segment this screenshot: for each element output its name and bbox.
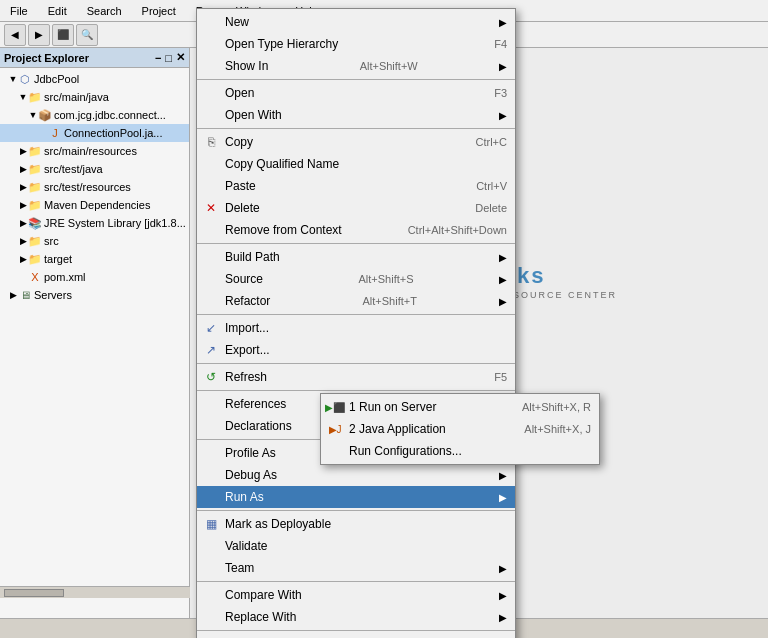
menu-label: Debug As <box>225 468 277 482</box>
toolbar-btn-4[interactable]: 🔍 <box>76 24 98 46</box>
tree-item-src-test-java[interactable]: ▶ 📁 src/test/java <box>0 160 189 178</box>
tree-item-src-main-res[interactable]: ▶ 📁 src/main/resources <box>0 142 189 160</box>
submenu-arrow: ▶ <box>489 274 507 285</box>
submenu-item-java-app[interactable]: ▶J 2 Java Application Alt+Shift+X, J <box>321 418 599 440</box>
menu-file[interactable]: File <box>4 3 34 19</box>
expand-arrow: ▶ <box>18 218 28 228</box>
menu-item-validate[interactable]: Validate <box>197 535 515 557</box>
menu-label: Open <box>225 86 254 100</box>
separator-9 <box>197 581 515 582</box>
shortcut-label: Ctrl+V <box>456 180 507 192</box>
submenu-arrow: ▶ <box>489 590 507 601</box>
menu-item-copy[interactable]: ⎘ Copy Ctrl+C <box>197 131 515 153</box>
tree-item-jdbcpool[interactable]: ▼ ⬡ JdbcPool <box>0 70 189 88</box>
menu-item-export[interactable]: ↗ Export... <box>197 339 515 361</box>
menu-item-mark-deployable[interactable]: ▦ Mark as Deployable <box>197 513 515 535</box>
expand-arrow: ▶ <box>18 236 28 246</box>
export-icon: ↗ <box>201 343 221 357</box>
menu-label: Team <box>225 561 254 575</box>
refresh-icon: ↺ <box>201 370 221 384</box>
menu-item-new[interactable]: New ▶ <box>197 11 515 33</box>
toolbar-btn-1[interactable]: ◀ <box>4 24 26 46</box>
menu-search[interactable]: Search <box>81 3 128 19</box>
menu-label: Open Type Hierarchy <box>225 37 338 51</box>
menu-item-refactor[interactable]: Refactor Alt+Shift+T ▶ <box>197 290 515 312</box>
menu-label: Refresh <box>225 370 267 384</box>
h-scrollbar[interactable] <box>0 586 190 598</box>
menu-item-copy-qualified-name[interactable]: Copy Qualified Name <box>197 153 515 175</box>
copy-icon: ⎘ <box>201 135 221 149</box>
submenu-item-run-configs[interactable]: Run Configurations... <box>321 440 599 462</box>
menu-label: Source <box>225 272 263 286</box>
tree-label: src/main/resources <box>44 145 137 157</box>
menu-project[interactable]: Project <box>136 3 182 19</box>
tree-item-src-main-java[interactable]: ▼ 📁 src/main/java <box>0 88 189 106</box>
menu-label: Refactor <box>225 294 270 308</box>
import-icon: ↙ <box>201 321 221 335</box>
project-icon: ⬡ <box>18 73 32 86</box>
shortcut-label: Alt+Shift+X, J <box>504 423 591 435</box>
submenu-arrow: ▶ <box>489 252 507 263</box>
panel-close[interactable]: ✕ <box>176 51 185 64</box>
shortcut-label: Ctrl+Alt+Shift+Down <box>388 224 507 236</box>
tree-item-target[interactable]: ▶ 📁 target <box>0 250 189 268</box>
panel-title-bar: Project Explorer − □ ✕ <box>0 48 189 68</box>
folder-icon: 📁 <box>28 235 42 248</box>
shortcut-label: F5 <box>474 371 507 383</box>
tree-item-package[interactable]: ▼ 📦 com.jcg.jdbc.connect... <box>0 106 189 124</box>
menu-item-restore-local[interactable]: Restore from Local History... <box>197 633 515 638</box>
menu-item-open-with[interactable]: Open With ▶ <box>197 104 515 126</box>
menu-item-paste[interactable]: Paste Ctrl+V <box>197 175 515 197</box>
submenu-arrow: ▶ <box>489 61 507 72</box>
menu-item-replace-with[interactable]: Replace With ▶ <box>197 606 515 628</box>
panel-title: Project Explorer <box>4 52 89 64</box>
menu-item-debug-as[interactable]: Debug As ▶ <box>197 464 515 486</box>
submenu-item-run-on-server[interactable]: ▶⬛ 1 Run on Server Alt+Shift+X, R <box>321 396 599 418</box>
panel-minimize[interactable]: − <box>155 52 161 64</box>
menu-item-open-type-hierarchy[interactable]: Open Type Hierarchy F4 <box>197 33 515 55</box>
menu-label: Delete <box>225 201 260 215</box>
toolbar-btn-2[interactable]: ▶ <box>28 24 50 46</box>
library-icon: 📚 <box>28 217 42 230</box>
menu-item-build-path[interactable]: Build Path ▶ <box>197 246 515 268</box>
menu-label: Import... <box>225 321 269 335</box>
expand-arrow: ▶ <box>18 254 28 264</box>
separator-3 <box>197 243 515 244</box>
shortcut-label: F3 <box>474 87 507 99</box>
tree-label: src <box>44 235 59 247</box>
tree-label: com.jcg.jdbc.connect... <box>54 109 166 121</box>
menu-item-compare-with[interactable]: Compare With ▶ <box>197 584 515 606</box>
menu-label: Run As <box>225 490 264 504</box>
menu-edit[interactable]: Edit <box>42 3 73 19</box>
tree-item-src[interactable]: ▶ 📁 src <box>0 232 189 250</box>
tree-item-pomxml[interactable]: X pom.xml <box>0 268 189 286</box>
menu-item-team[interactable]: Team ▶ <box>197 557 515 579</box>
tree-item-servers[interactable]: ▶ 🖥 Servers <box>0 286 189 304</box>
menu-item-run-as[interactable]: Run As ▶ <box>197 486 515 508</box>
menu-item-source[interactable]: Source Alt+Shift+S ▶ <box>197 268 515 290</box>
menu-item-import[interactable]: ↙ Import... <box>197 317 515 339</box>
menu-item-delete[interactable]: ✕ Delete Delete <box>197 197 515 219</box>
menu-label: Compare With <box>225 588 302 602</box>
menu-label: Paste <box>225 179 256 193</box>
tree-item-connectionpool[interactable]: J ConnectionPool.ja... <box>0 124 189 142</box>
expand-arrow: ▼ <box>18 92 28 102</box>
separator-10 <box>197 630 515 631</box>
tree-item-src-test-res[interactable]: ▶ 📁 src/test/resources <box>0 178 189 196</box>
expand-arrow: ▼ <box>8 74 18 84</box>
tree-label: target <box>44 253 72 265</box>
menu-item-remove-context[interactable]: Remove from Context Ctrl+Alt+Shift+Down <box>197 219 515 241</box>
scrollbar-thumb[interactable] <box>4 589 64 597</box>
toolbar-btn-3[interactable]: ⬛ <box>52 24 74 46</box>
folder-icon: 📁 <box>28 145 42 158</box>
panel-maximize[interactable]: □ <box>165 52 172 64</box>
menu-label: Copy <box>225 135 253 149</box>
menu-item-refresh[interactable]: ↺ Refresh F5 <box>197 366 515 388</box>
menu-item-open[interactable]: Open F3 <box>197 82 515 104</box>
menu-label: Copy Qualified Name <box>225 157 339 171</box>
folder-icon: 📁 <box>28 253 42 266</box>
run-as-submenu: ▶⬛ 1 Run on Server Alt+Shift+X, R ▶J 2 J… <box>320 393 600 465</box>
menu-item-show-in[interactable]: Show In Alt+Shift+W ▶ <box>197 55 515 77</box>
tree-item-maven-deps[interactable]: ▶ 📁 Maven Dependencies <box>0 196 189 214</box>
tree-item-jre[interactable]: ▶ 📚 JRE System Library [jdk1.8... <box>0 214 189 232</box>
